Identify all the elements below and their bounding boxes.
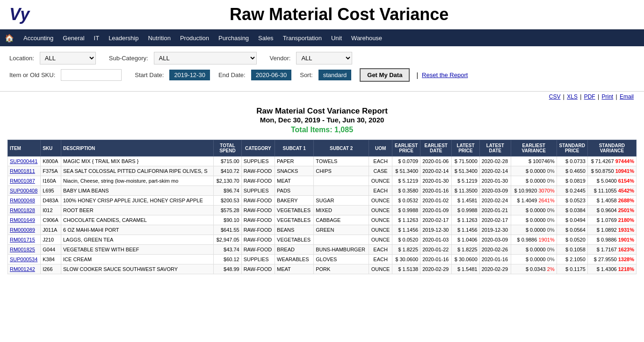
nav-sales[interactable]: Sales [253, 31, 278, 45]
table-row: SUP000408 L695 BABY LIMA BEANS $96.74 SU… [8, 186, 637, 196]
cell-item[interactable]: RM001649 [8, 215, 41, 225]
nav-it[interactable]: IT [89, 31, 104, 45]
cell-standard-price: $ 0.0819 [557, 176, 587, 186]
col-description: DESCRIPTION [61, 140, 213, 157]
cell-latest-date: 2019-12-30 [479, 225, 511, 235]
sort-button[interactable]: standard [318, 70, 352, 80]
cell-earliest-variance: $ 1.4049 2641% [511, 196, 557, 206]
cell-uom: EACH [369, 245, 392, 255]
cell-sku: J210 [41, 235, 61, 245]
cell-earliest-price: $ 0.3580 [392, 186, 420, 196]
cell-item[interactable]: RM000048 [8, 196, 41, 206]
cell-item[interactable]: RM001828 [8, 206, 41, 215]
cell-item[interactable]: RM001825 [8, 245, 41, 255]
nav-transportation[interactable]: Transportation [278, 31, 326, 45]
cell-category: RAW-FOOD [241, 264, 275, 274]
item-sku-input[interactable] [61, 69, 122, 81]
cell-standard-price: $ 0.1058 [557, 245, 587, 255]
cell-uom: EACH [369, 255, 392, 264]
cell-latest-date: 2020-03-09 [479, 235, 511, 245]
cell-earliest-date: 2020-01-30 [420, 176, 452, 186]
location-select[interactable]: ALL [40, 52, 96, 64]
cell-earliest-date: 2020-01-16 [420, 255, 452, 264]
cell-earliest-variance: $ 0.0000 0% [511, 176, 557, 186]
export-pdf[interactable]: PDF [584, 93, 595, 100]
table-row: SUP000441 K800A MAGIC MIX { TRAIL MIX BA… [8, 157, 637, 166]
cell-uom: OUNCE [369, 235, 392, 245]
cell-standard-variance: $ 50.8750 10941% [587, 166, 636, 176]
reset-report-button[interactable]: Reset the Report [422, 71, 468, 78]
top-header: Vy Raw Material Cost Variance [0, 0, 644, 29]
cell-description: SLOW COOKER SAUCE SOUTHWEST SAVORY [61, 264, 213, 274]
export-print[interactable]: Print [602, 93, 614, 100]
export-email[interactable]: Email [620, 93, 634, 100]
cell-item[interactable]: SUP000534 [8, 255, 41, 264]
cell-latest-date: 2020-01-30 [479, 176, 511, 186]
cell-earliest-date: 2020-02-17 [420, 215, 452, 225]
cell-total-spend: $715.00 [214, 157, 242, 166]
cell-subcat2 [314, 176, 369, 186]
page-title: Raw Material Cost Variance [43, 5, 635, 24]
nav-general[interactable]: General [58, 31, 89, 45]
cell-latest-date: 2020-02-17 [479, 215, 511, 225]
cell-category: SUPPLIES [241, 157, 275, 166]
cell-latest-price: $ 1.8225 [452, 245, 480, 255]
cell-item[interactable]: RM001242 [8, 264, 41, 274]
end-date-button[interactable]: 2020-06-30 [251, 70, 292, 80]
cell-standard-variance: $ 0.9604 2501% [587, 206, 636, 215]
start-date-button[interactable]: 2019-12-30 [169, 70, 210, 80]
nav-warehouse[interactable]: Warehouse [347, 31, 387, 45]
cell-standard-price: $ 0.1175 [557, 264, 587, 274]
cell-item[interactable]: RM001087 [8, 176, 41, 186]
cell-standard-price: $ 2.1050 [557, 255, 587, 264]
cell-total-spend: $641.55 [214, 225, 242, 235]
report-total: Total Items: 1,085 [0, 126, 644, 134]
cell-standard-variance: $ 1.4306 1218% [587, 264, 636, 274]
cell-item[interactable]: RM000089 [8, 225, 41, 235]
cell-uom: OUNCE [369, 196, 392, 206]
home-icon[interactable]: 🏠 [5, 34, 14, 43]
cell-standard-price: $ 0.0384 [557, 206, 587, 215]
subcategory-select[interactable]: ALL [154, 52, 257, 64]
nav-unit[interactable]: Unit [326, 31, 347, 45]
cell-subcat2: CABBAGE [314, 215, 369, 225]
cell-latest-price: $ 1.5481 [452, 264, 480, 274]
cell-latest-price: $ 51.3400 [452, 166, 480, 176]
cell-standard-variance: $ 5.0400 6154% [587, 176, 636, 186]
export-csv[interactable]: CSV [549, 93, 561, 100]
cell-standard-price: $ 0.4650 [557, 166, 587, 176]
nav-nutrition[interactable]: Nutrition [143, 31, 175, 45]
cell-earliest-price: $ 0.9988 [392, 206, 420, 215]
cell-total-spend: $96.74 [214, 186, 242, 196]
cell-latest-date: 2020-01-16 [479, 255, 511, 264]
cell-item[interactable]: SUP000408 [8, 186, 41, 196]
table-row: SUP000534 K384 ICE CREAM $60.12 SUPPLIES… [8, 255, 637, 264]
cell-category: RAW-FOOD [241, 225, 275, 235]
get-data-button[interactable]: Get My Data [360, 68, 410, 82]
cell-subcat1: VEGETABLES [275, 206, 314, 215]
cell-standard-variance: $ 0.9886 1901% [587, 235, 636, 245]
col-uom: UOM [369, 140, 392, 157]
cell-item[interactable]: RM001715 [8, 235, 41, 245]
nav-leadership[interactable]: Leadership [104, 31, 143, 45]
table-row: RM001715 J210 LAGGS, GREEN TEA $2,947.05… [8, 235, 637, 245]
cell-item[interactable]: RM001811 [8, 166, 41, 176]
start-date-label: Start Date: [135, 71, 164, 78]
cell-latest-price: $ 1.4581 [452, 196, 480, 206]
cell-item[interactable]: SUP000441 [8, 157, 41, 166]
col-earliest-price: EARLIESTPRICE [392, 140, 420, 157]
cell-subcat2: SUGAR [314, 196, 369, 206]
export-xls[interactable]: XLS [567, 93, 578, 100]
cell-description: MAGIC MIX { TRAIL MIX BARS } [61, 157, 213, 166]
cell-subcat1: BAKERY [275, 196, 314, 206]
nav-purchasing[interactable]: Purchasing [214, 31, 253, 45]
cell-latest-price: $ 0.9988 [452, 206, 480, 215]
cell-total-spend: $48.99 [214, 264, 242, 274]
nav-production[interactable]: Production [175, 31, 214, 45]
cell-sku: I266 [41, 264, 61, 274]
vendor-select[interactable]: ALL [296, 52, 352, 64]
nav-accounting[interactable]: Accounting [19, 31, 58, 45]
cell-subcat2 [314, 235, 369, 245]
cell-latest-date: 2020-03-09 [479, 186, 511, 196]
cell-standard-variance: $ 1.0769 2180% [587, 215, 636, 225]
